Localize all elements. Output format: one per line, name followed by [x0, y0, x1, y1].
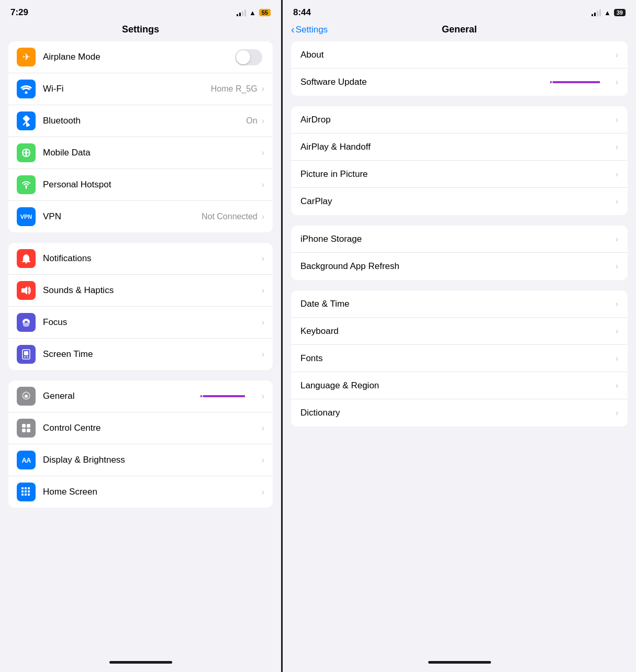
svg-rect-26 [28, 494, 30, 496]
signal-icon [237, 9, 246, 16]
svg-rect-22 [25, 490, 27, 492]
display-brightness-chevron: › [262, 455, 264, 465]
home-screen-icon [17, 483, 36, 501]
right-status-icons: ▲ 39 [592, 9, 626, 17]
control-centre-row[interactable]: Control Centre › [8, 412, 273, 444]
svg-rect-15 [27, 424, 30, 428]
dictionary-chevron: › [616, 408, 618, 418]
airplay-handoff-chevron: › [616, 142, 618, 152]
back-button[interactable]: ‹ Settings [291, 24, 328, 36]
notifications-icon [17, 249, 36, 268]
personal-hotspot-row[interactable]: Personal Hotspot › [8, 169, 273, 201]
notifications-row[interactable]: Notifications › [8, 243, 273, 275]
fonts-row[interactable]: Fonts › [291, 345, 628, 372]
right-wifi-status-icon: ▲ [604, 9, 611, 17]
personal-hotspot-icon [17, 175, 36, 194]
bluetooth-row[interactable]: Bluetooth On › [8, 105, 273, 137]
software-update-row[interactable]: Software Update › [291, 69, 628, 96]
background-app-refresh-row[interactable]: Background App Refresh › [291, 253, 628, 280]
background-app-refresh-chevron: › [616, 262, 618, 271]
bluetooth-label: Bluetooth [43, 116, 246, 126]
left-battery: 55 [259, 9, 271, 16]
software-update-arrow [550, 74, 602, 90]
carplay-chevron: › [616, 197, 618, 206]
display-brightness-label: Display & Brightness [43, 455, 261, 465]
airplane-mode-row[interactable]: ✈ Airplane Mode [8, 41, 273, 73]
wifi-value: Home R_5G [211, 84, 258, 94]
wifi-row[interactable]: Wi-Fi Home R_5G › [8, 73, 273, 105]
left-home-bar [109, 661, 172, 664]
vpn-row[interactable]: VPN VPN Not Connected › [8, 201, 273, 232]
left-nav-header: Settings [0, 22, 281, 41]
screen-time-label: Screen Time [43, 349, 261, 360]
svg-line-2 [23, 122, 26, 125]
picture-in-picture-row[interactable]: Picture in Picture › [291, 161, 628, 188]
keyboard-row[interactable]: Keyboard › [291, 318, 628, 345]
date-time-row[interactable]: Date & Time › [291, 290, 628, 318]
carplay-row[interactable]: CarPlay › [291, 188, 628, 215]
left-status-icons: ▲ 55 [237, 9, 271, 17]
about-row[interactable]: About › [291, 41, 628, 69]
svg-rect-24 [21, 494, 24, 496]
vpn-chevron: › [262, 212, 264, 221]
svg-rect-17 [27, 429, 30, 432]
info-group: About › Software Update › [291, 41, 628, 96]
airdrop-label: AirDrop [300, 115, 616, 125]
mobile-data-row[interactable]: Mobile Data › [8, 137, 273, 169]
dictionary-row[interactable]: Dictionary › [291, 399, 628, 427]
airplane-mode-icon: ✈ [17, 48, 36, 66]
svg-rect-9 [24, 351, 28, 355]
dictionary-label: Dictionary [300, 408, 616, 418]
right-battery: 39 [614, 9, 626, 16]
bluetooth-value: On [246, 116, 257, 126]
display-brightness-row[interactable]: AA Display & Brightness › [8, 444, 273, 476]
focus-chevron: › [262, 318, 264, 327]
airdrop-chevron: › [616, 115, 618, 125]
screen-time-chevron: › [262, 350, 264, 359]
iphone-storage-label: iPhone Storage [300, 234, 616, 244]
general-row[interactable]: General › [8, 380, 273, 412]
sounds-haptics-row[interactable]: Sounds & Haptics › [8, 275, 273, 307]
back-chevron-icon: ‹ [291, 24, 295, 36]
left-status-bar: 7:29 ▲ 55 [0, 0, 281, 22]
left-page-title: Settings [122, 24, 159, 35]
bluetooth-chevron: › [262, 116, 264, 126]
display-brightness-icon: AA [17, 451, 36, 469]
wifi-icon-wrap [17, 80, 36, 98]
focus-row[interactable]: Focus › [8, 307, 273, 339]
svg-rect-20 [28, 487, 30, 489]
control-centre-icon [17, 419, 36, 438]
about-chevron: › [616, 50, 618, 60]
language-region-chevron: › [616, 381, 618, 390]
device-group: General › [8, 380, 273, 508]
svg-rect-16 [22, 429, 26, 432]
home-screen-label: Home Screen [43, 487, 261, 497]
airplay-handoff-row[interactable]: AirPlay & Handoff › [291, 133, 628, 161]
screen-time-row[interactable]: Screen Time › [8, 339, 273, 370]
svg-rect-19 [25, 487, 27, 489]
svg-rect-14 [22, 424, 26, 428]
airdrop-row[interactable]: AirDrop › [291, 106, 628, 133]
language-region-row[interactable]: Language & Region › [291, 372, 628, 399]
airplane-mode-label: Airplane Mode [43, 52, 235, 62]
svg-rect-23 [28, 490, 30, 492]
general-chevron: › [262, 391, 264, 401]
vpn-value: Not Connected [202, 212, 258, 221]
keyboard-chevron: › [616, 327, 618, 336]
screen-time-icon [17, 345, 36, 364]
home-screen-row[interactable]: Home Screen › [8, 476, 273, 508]
left-home-indicator [0, 656, 281, 672]
airplane-mode-toggle[interactable] [235, 49, 262, 65]
personal-hotspot-label: Personal Hotspot [43, 180, 261, 190]
fonts-label: Fonts [300, 353, 616, 364]
right-settings-scroll: About › Software Update › [283, 41, 636, 656]
background-app-refresh-label: Background App Refresh [300, 261, 616, 272]
locale-group: Date & Time › Keyboard › Fonts › Languag… [291, 290, 628, 427]
iphone-storage-row[interactable]: iPhone Storage › [291, 226, 628, 253]
personal-hotspot-chevron: › [262, 180, 264, 189]
svg-rect-21 [21, 490, 24, 492]
date-time-chevron: › [616, 299, 618, 309]
about-label: About [300, 50, 616, 60]
right-nav-header: ‹ Settings General [283, 22, 636, 41]
svg-marker-7 [21, 286, 27, 295]
